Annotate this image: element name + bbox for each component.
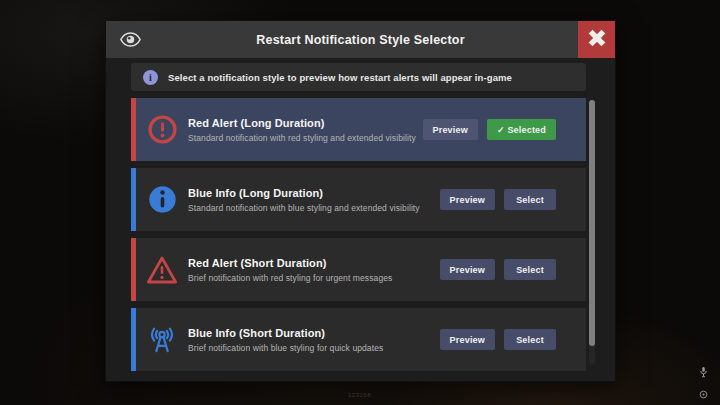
preview-button[interactable]: Preview [423, 119, 478, 140]
option-row-red-alert-short[interactable]: Red Alert (Short Duration) Brief notific… [131, 238, 586, 301]
target-dot-icon [699, 385, 708, 403]
preview-button[interactable]: Preview [440, 259, 495, 280]
info-banner: i Select a notification style to preview… [131, 63, 586, 91]
option-description: Standard notification with red styling a… [188, 133, 417, 143]
close-icon [586, 27, 608, 53]
option-texts: Blue Info (Short Duration) Brief notific… [188, 327, 440, 353]
option-texts: Blue Info (Long Duration) Standard notif… [188, 187, 440, 213]
close-button[interactable] [578, 21, 615, 58]
option-title: Red Alert (Short Duration) [188, 257, 434, 269]
preview-button[interactable]: Preview [440, 189, 495, 210]
option-row-red-alert-long[interactable]: Red Alert (Long Duration) Standard notif… [131, 98, 586, 161]
option-description: Brief notification with red styling for … [188, 273, 434, 283]
option-buttons: Preview Select [440, 329, 586, 350]
restart-style-dialog: Restart Notification Style Selector i Se… [105, 20, 616, 382]
select-button[interactable]: Select [504, 189, 556, 210]
option-row-blue-info-short[interactable]: Blue Info (Short Duration) Brief notific… [131, 308, 586, 371]
option-buttons: Preview ✓ Selected [423, 119, 587, 140]
selected-button[interactable]: ✓ Selected [487, 119, 556, 140]
option-title: Blue Info (Short Duration) [188, 327, 434, 339]
option-description: Standard notification with blue styling … [188, 203, 434, 213]
broadcast-antenna-icon [136, 324, 188, 355]
info-circle-icon: i [143, 70, 158, 85]
scrollbar-track[interactable] [589, 100, 595, 365]
option-title: Red Alert (Long Duration) [188, 117, 417, 129]
option-buttons: Preview Select [440, 189, 586, 210]
option-buttons: Preview Select [440, 259, 586, 280]
alert-circle-icon [136, 114, 188, 145]
option-title: Blue Info (Long Duration) [188, 187, 434, 199]
options-list: Red Alert (Long Duration) Standard notif… [131, 98, 586, 378]
info-banner-text: Select a notification style to preview h… [168, 72, 512, 83]
dialog-title: Restart Notification Style Selector [106, 33, 615, 47]
hud-icons [699, 364, 708, 403]
info-circle-icon [136, 184, 188, 215]
microphone-icon [699, 364, 708, 382]
select-button[interactable]: Select [504, 259, 556, 280]
dialog-titlebar: Restart Notification Style Selector [106, 21, 615, 58]
option-description: Brief notification with blue styling for… [188, 343, 434, 353]
select-button[interactable]: Select [504, 329, 556, 350]
preview-button[interactable]: Preview [440, 329, 495, 350]
warning-triangle-icon [136, 255, 188, 285]
watermark-text: 123158 [348, 392, 371, 398]
scrollbar-thumb[interactable] [589, 100, 595, 346]
option-texts: Red Alert (Long Duration) Standard notif… [188, 117, 423, 143]
option-texts: Red Alert (Short Duration) Brief notific… [188, 257, 440, 283]
option-row-blue-info-long[interactable]: Blue Info (Long Duration) Standard notif… [131, 168, 586, 231]
